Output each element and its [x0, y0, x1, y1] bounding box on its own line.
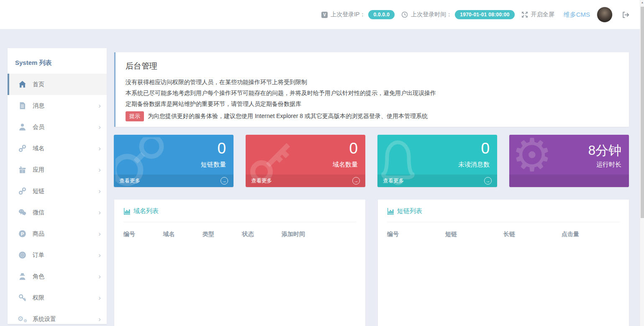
card-footer — [509, 175, 629, 187]
column-header: 点击量 — [562, 231, 620, 238]
stat-value: 0 — [349, 140, 358, 157]
view-more-link[interactable]: 查看更多 — [251, 177, 352, 185]
sidebar-item-products[interactable]: P 商品 › — [8, 223, 107, 244]
sidebar-item-permissions[interactable]: 权限 › — [8, 287, 107, 308]
column-header: 域名 — [163, 231, 203, 238]
admin-dashboard: V 上次登录IP： 0.0.0.0 上次登录时间： 1970-01-01 08:… — [0, 0, 644, 326]
column-header: 编号 — [123, 231, 163, 238]
bar-chart-icon — [387, 208, 394, 215]
card-footer: 查看更多 → — [377, 175, 497, 187]
shortlink-list-panel: 短链列表 编号 短链 长链 点击量 — [378, 200, 629, 326]
last-login-time: 上次登录时间： 1970-01-01 08:00:00 — [401, 10, 514, 19]
sidebar-item-label: 会员 — [33, 123, 44, 131]
sidebar-title: System 列表 — [8, 56, 107, 74]
shortlink-icon — [18, 187, 26, 195]
sidebar-item-label: 消息 — [33, 102, 44, 110]
ip-icon: V — [321, 12, 328, 18]
view-more-link[interactable]: 查看更多 — [119, 177, 221, 185]
brand-link[interactable]: 维多CMS — [564, 11, 590, 19]
shortlink-table-header: 编号 短链 长链 点击量 — [387, 231, 620, 238]
fullscreen-label: 开启全屏 — [531, 11, 554, 18]
sidebar: System 列表 首页 消息 › 会员 › 域名 › — [8, 48, 107, 324]
bar-chart-icon — [123, 208, 130, 215]
chevron-right-icon: › — [98, 123, 101, 131]
domain-icon — [18, 144, 26, 152]
stat-label: 未读消息数 — [458, 161, 490, 169]
clock-icon — [401, 11, 408, 18]
domain-list-panel: 域名列表 编号 域名 类型 状态 添加时间 — [114, 200, 365, 326]
sidebar-item-label: 应用 — [33, 166, 44, 174]
card-footer: 查看更多 → — [246, 175, 365, 187]
scroll-up-icon[interactable]: ▲ — [640, 1, 644, 4]
welcome-panel: 后台管理 没有获得相应访问权限的管理人员，在某些功能操作环节上将受到限制 本系统… — [114, 52, 629, 127]
sidebar-item-label: 短链 — [33, 187, 44, 195]
chevron-right-icon: › — [98, 145, 101, 152]
domain-table-header: 编号 域名 类型 状态 添加时间 — [123, 231, 356, 238]
home-icon — [18, 80, 26, 88]
sidebar-item-wechat[interactable]: 微信 › — [8, 202, 107, 223]
logout-icon[interactable] — [622, 11, 630, 19]
view-more-link[interactable]: 查看更多 — [383, 177, 484, 185]
fullscreen-icon — [521, 11, 528, 18]
panel-title-text: 域名列表 — [133, 207, 159, 215]
stat-label: 运行时长 — [596, 161, 621, 169]
message-icon — [18, 102, 26, 110]
column-header: 长链 — [503, 231, 562, 238]
chevron-right-icon: › — [98, 252, 101, 259]
chevron-right-icon: › — [98, 166, 101, 173]
stat-cards-row: 0 短链数量 查看更多 → 0 域名数量 查看更多 → 0 未读消息数 查看更多… — [114, 135, 629, 187]
sidebar-item-label: 微信 — [33, 209, 44, 216]
app-icon — [18, 166, 26, 174]
welcome-line-1: 没有获得相应访问权限的管理人员，在某些功能操作环节上将受到限制 — [126, 77, 619, 87]
wechat-icon — [18, 208, 26, 216]
avatar[interactable] — [597, 7, 613, 23]
chevron-right-icon: › — [98, 209, 101, 216]
sidebar-item-label: 角色 — [33, 273, 44, 280]
column-header: 状态 — [242, 231, 282, 238]
last-login-ip-badge: 0.0.0.0 — [368, 10, 395, 19]
chevron-right-icon: › — [98, 230, 101, 237]
stat-value: 0 — [481, 140, 490, 157]
sidebar-item-label: 首页 — [33, 81, 44, 88]
role-icon — [18, 272, 26, 280]
column-header: 添加时间 — [282, 231, 356, 238]
sidebar-item-messages[interactable]: 消息 › — [8, 95, 107, 116]
column-header: 类型 — [203, 231, 242, 238]
panel-title-text: 短链列表 — [397, 207, 422, 215]
arrow-right-icon[interactable]: → — [352, 177, 360, 185]
sidebar-item-settings[interactable]: ⚙⚙ 系统设置 › — [8, 308, 107, 326]
chevron-right-icon: › — [98, 294, 101, 301]
order-icon — [18, 251, 26, 259]
last-login-time-label: 上次登录时间： — [411, 11, 452, 18]
arrow-right-icon[interactable]: → — [484, 177, 492, 185]
tip-text: 为向您提供更好的服务体验，建议您使用 Internet Explorer 8 或… — [148, 113, 428, 120]
sidebar-item-shortlinks[interactable]: 短链 › — [8, 180, 107, 202]
vertical-scrollbar[interactable]: ▲ — [640, 0, 644, 326]
chevron-right-icon: › — [98, 316, 101, 323]
chevron-right-icon: › — [98, 187, 101, 195]
scrollbar-thumb[interactable] — [641, 7, 644, 218]
chevron-right-icon: › — [98, 273, 101, 280]
last-login-ip: V 上次登录IP： 0.0.0.0 — [321, 10, 395, 19]
permission-icon — [18, 294, 26, 302]
column-header: 短链 — [445, 231, 503, 238]
stat-card-messages: 0 未读消息数 查看更多 → — [377, 135, 497, 187]
stat-label: 域名数量 — [333, 161, 358, 169]
product-icon: P — [18, 230, 26, 238]
last-login-time-badge: 1970-01-01 08:00:00 — [455, 10, 514, 19]
arrow-right-icon[interactable]: → — [221, 177, 228, 185]
sidebar-item-label: 商品 — [33, 230, 44, 238]
fullscreen-toggle[interactable]: 开启全屏 — [521, 11, 554, 18]
sidebar-item-label: 权限 — [33, 294, 44, 302]
sidebar-item-domains[interactable]: 域名 › — [8, 138, 107, 159]
sidebar-item-label: 域名 — [33, 145, 44, 152]
stat-value: 8分钟 — [588, 142, 621, 159]
last-login-ip-label: 上次登录IP： — [331, 11, 365, 18]
top-header: V 上次登录IP： 0.0.0.0 上次登录时间： 1970-01-01 08:… — [0, 0, 644, 29]
sidebar-item-apps[interactable]: 应用 › — [8, 159, 107, 180]
sidebar-item-home[interactable]: 首页 — [8, 74, 107, 95]
stat-card-domains: 0 域名数量 查看更多 → — [246, 135, 365, 187]
sidebar-item-roles[interactable]: 角色 › — [8, 266, 107, 287]
sidebar-item-members[interactable]: 会员 › — [8, 116, 107, 138]
sidebar-item-orders[interactable]: 订单 › — [8, 244, 107, 266]
